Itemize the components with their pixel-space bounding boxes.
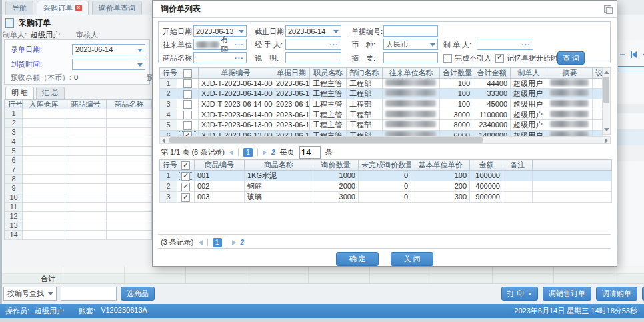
grid-row-5[interactable]: 6 — [5, 156, 152, 165]
find-input[interactable] — [61, 287, 117, 301]
scroll-left-icon[interactable] — [162, 138, 165, 143]
product-code-cell[interactable] — [65, 193, 107, 203]
tab-summary[interactable]: 汇 总 — [36, 87, 65, 99]
grid-row-8[interactable]: 9 — [5, 184, 152, 193]
product-code-cell[interactable] — [65, 119, 107, 128]
inquiry-item-row-1[interactable]: 2 002 钢筋 2000 0 200 400000 — [160, 181, 612, 192]
skip-finished-checkbox[interactable]: 完成不引入 — [443, 53, 491, 63]
inquiry-doc-row-3[interactable]: 4 XJD-T-2023-06-14-0001 2023-06-14 工程主管 … — [160, 109, 603, 120]
row-select-cell[interactable] — [177, 171, 195, 181]
product-name-cell[interactable] — [107, 212, 152, 221]
inquiry-doc-row-0[interactable]: 1 XJD-T-2023-06-14-0004 2023-06-14 工程主管 … — [160, 78, 603, 89]
product-code-cell[interactable] — [65, 137, 107, 147]
product-code-cell[interactable] — [65, 175, 107, 184]
product-name-cell[interactable] — [107, 147, 152, 156]
scroll-down-icon[interactable] — [604, 128, 609, 131]
product-name-cell[interactable] — [107, 109, 152, 119]
product-name-cell[interactable] — [107, 193, 152, 203]
grid-row-2[interactable]: 3 — [5, 128, 152, 137]
checkbox-icon[interactable] — [181, 161, 190, 170]
warehouse-cell[interactable] — [23, 109, 65, 119]
inquiry-doc-row-2[interactable]: 3 XJD-T-2023-06-14-0002 2023-06-14 工程主管 … — [160, 99, 603, 109]
warehouse-cell[interactable] — [23, 128, 65, 137]
product-code-cell[interactable] — [65, 156, 107, 165]
restore-icon[interactable] — [604, 5, 611, 13]
inquiry-doc-row-1[interactable]: 2 XJD-T-2023-06-14-0003 2023-06-14 工程主管 … — [160, 89, 603, 99]
checkbox-icon[interactable] — [183, 79, 192, 88]
warehouse-cell[interactable] — [23, 137, 65, 147]
tab-inquiry-query[interactable]: 询价单查询 — [92, 1, 142, 15]
horizontal-scrollbar[interactable] — [159, 136, 611, 144]
handler-input[interactable]: ··· — [285, 39, 341, 50]
summary-filter-input[interactable] — [383, 52, 438, 63]
inquiry-doc-row-4[interactable]: 5 XJD-T-2023-06-13-0010 2023-06-13 工程主管 … — [160, 119, 603, 130]
product-code-cell[interactable] — [65, 203, 107, 212]
refresh-icon[interactable]: 2 — [271, 149, 275, 156]
warehouse-cell[interactable] — [23, 193, 65, 203]
row-select-cell[interactable] — [177, 78, 199, 89]
checkbox-icon[interactable] — [181, 193, 190, 202]
grid-row-13[interactable]: 14 — [5, 231, 152, 240]
next-page-icon[interactable] — [263, 150, 267, 155]
checkbox-icon[interactable] — [183, 111, 192, 119]
product-code-cell[interactable] — [65, 165, 107, 175]
grid-row-12[interactable]: 13 — [5, 221, 152, 231]
checkbox-icon[interactable] — [443, 54, 452, 63]
grid-row-1[interactable]: 2 — [5, 119, 152, 128]
warehouse-cell[interactable] — [23, 165, 65, 175]
product-filter-input[interactable]: ··· — [193, 52, 247, 63]
col-select-all[interactable] — [177, 160, 195, 171]
grid-row-3[interactable]: 4 — [5, 137, 152, 147]
load-requisition-button[interactable]: 调请购单 — [596, 287, 637, 301]
product-name-cell[interactable] — [107, 221, 152, 231]
product-code-cell[interactable] — [65, 184, 107, 193]
warehouse-cell[interactable] — [23, 203, 65, 212]
query-button[interactable]: 查 询 — [557, 51, 585, 65]
current-page-button[interactable]: 1 — [213, 238, 222, 247]
scrollbar-thumb[interactable] — [169, 137, 483, 143]
checkbox-icon[interactable] — [183, 90, 192, 99]
lookup-ellipsis-icon[interactable]: ··· — [235, 42, 244, 47]
product-name-cell[interactable] — [107, 165, 152, 175]
product-code-cell[interactable] — [65, 128, 107, 137]
product-code-cell[interactable] — [65, 109, 107, 119]
warehouse-cell[interactable] — [23, 231, 65, 240]
product-name-cell[interactable] — [107, 128, 152, 137]
tab-detail[interactable]: 明 细 — [5, 87, 34, 99]
product-name-cell[interactable] — [107, 156, 152, 165]
grid-row-10[interactable]: 11 — [5, 203, 152, 212]
row-select-cell[interactable] — [177, 119, 199, 130]
product-name-cell[interactable] — [107, 231, 152, 240]
maker-filter-input[interactable]: ··· — [477, 39, 533, 50]
warehouse-cell[interactable] — [23, 147, 65, 156]
tab-purchase-order[interactable]: 采购订单 × — [37, 1, 89, 15]
checkbox-icon[interactable] — [183, 121, 192, 130]
warehouse-cell[interactable] — [23, 175, 65, 184]
tab-navigation[interactable]: 导航 — [5, 1, 33, 15]
warehouse-cell[interactable] — [23, 156, 65, 165]
product-name-cell[interactable] — [107, 175, 152, 184]
lookup-ellipsis-icon[interactable]: ··· — [521, 42, 531, 47]
grid-row-9[interactable]: 10 — [5, 193, 152, 203]
checkbox-icon[interactable] — [495, 54, 504, 63]
product-code-cell[interactable] — [65, 221, 107, 231]
row-select-cell[interactable] — [177, 181, 195, 192]
scroll-up-icon[interactable] — [604, 71, 609, 74]
warehouse-cell[interactable] — [23, 221, 65, 231]
arrival-time-combobox[interactable] — [72, 59, 145, 70]
refresh-icon[interactable]: 2 — [241, 239, 245, 246]
product-code-cell[interactable] — [65, 212, 107, 221]
close-tab-icon[interactable]: × — [75, 5, 82, 11]
grid-row-6[interactable]: 7 — [5, 165, 152, 175]
grid-row-0[interactable]: 1 — [5, 109, 152, 119]
select-product-button[interactable]: 选商品 — [121, 287, 155, 301]
remember-start-date-checkbox[interactable]: 记忆单据开始时间 — [495, 53, 565, 63]
print-button[interactable]: 打 印 — [501, 287, 538, 301]
inquiry-item-row-0[interactable]: 1 001 1KG水泥 1000 0 100 100000 — [160, 171, 612, 181]
checkbox-icon[interactable] — [183, 100, 192, 109]
col-select-all[interactable] — [177, 68, 199, 79]
grid-row-4[interactable]: 5 — [5, 147, 152, 156]
doc-no-input[interactable] — [383, 25, 438, 37]
next-page-icon[interactable] — [232, 240, 236, 245]
product-code-cell[interactable] — [65, 147, 107, 156]
